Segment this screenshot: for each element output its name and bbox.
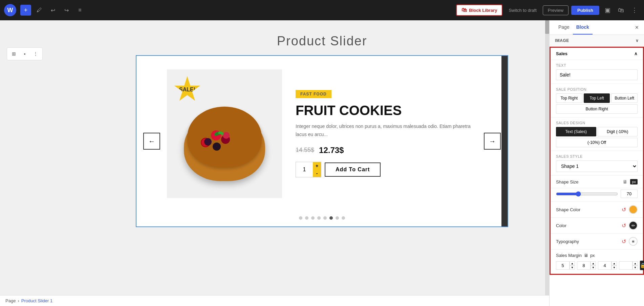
typography-reset-button[interactable]: ↺ <box>622 238 626 245</box>
typography-row: Typography ↺ ≡ <box>551 234 643 249</box>
shape-size-value-input[interactable] <box>621 190 638 198</box>
publish-button[interactable]: Publish <box>571 6 599 15</box>
tab-page[interactable]: Page <box>555 20 573 35</box>
undo-button[interactable]: ↩ <box>47 5 58 16</box>
block-more-button[interactable]: ⋮ <box>31 49 40 59</box>
wp-logo-icon[interactable]: W <box>4 4 16 16</box>
add-to-cart-button[interactable]: Add To Cart <box>325 162 381 177</box>
sidebar-toggle-button[interactable]: ▣ <box>602 5 613 16</box>
position-top-left-button[interactable]: Top Left <box>584 93 610 103</box>
position-top-right-button[interactable]: Top Right <box>556 93 582 103</box>
redo-button[interactable]: ↪ <box>61 5 72 16</box>
desktop-icon[interactable]: 🖥 <box>623 179 627 184</box>
margin-bottom-wrap: ▲ ▼ <box>598 261 617 270</box>
margin-right-decrement[interactable]: ▼ <box>591 265 596 269</box>
tab-block[interactable]: Block <box>573 20 593 35</box>
image-section-label: Image <box>555 38 569 43</box>
margin-left-increment[interactable]: ▲ <box>632 261 638 265</box>
margin-top-decrement[interactable]: ▼ <box>570 265 575 269</box>
slider-dot-7[interactable] <box>336 216 339 220</box>
margin-right-wrap: ▲ ▼ <box>577 261 596 270</box>
topbar-right: 🛍 Block Library Switch to draft Preview … <box>456 4 640 16</box>
slider-content: SALE! <box>136 56 508 212</box>
cart-button[interactable]: 🛍 <box>616 5 626 16</box>
color-label: Color <box>556 223 566 228</box>
margin-bottom-increment[interactable]: ▲ <box>611 261 617 265</box>
margin-left-spinner: ▲ ▼ <box>632 261 638 269</box>
sales-margin-row: Sales Margin 🖥 px ▲ ▼ <box>551 249 643 274</box>
tools-button[interactable]: 🖊 <box>34 5 45 16</box>
margin-right-spinner: ▲ ▼ <box>591 261 596 269</box>
position-button-right-button[interactable]: Button Right <box>556 104 638 114</box>
switch-draft-button[interactable]: Switch to draft <box>505 6 540 15</box>
block-toolbar: ⊞ ▪ ⋮ <box>7 47 43 60</box>
design-text-sales-button[interactable]: Text (Sales) <box>556 127 596 136</box>
quantity-input[interactable] <box>296 162 313 177</box>
block-view-button[interactable]: ▪ <box>20 49 29 59</box>
design-buttons-row1: Text (Sales) Digit (-10%) <box>556 127 638 136</box>
design-off-button[interactable]: (-10%) Off <box>556 138 638 147</box>
quantity-increment-button[interactable]: + <box>313 162 321 170</box>
margin-top-wrap: ▲ ▼ <box>556 261 575 270</box>
editor-scrollbar[interactable] <box>545 20 549 296</box>
product-description: Integer neque dolor, ultrices non purus … <box>296 123 477 139</box>
shape-size-slider[interactable] <box>556 191 618 197</box>
shape-color-reset-button[interactable]: ↺ <box>622 206 626 213</box>
position-buttons-row2: Button Right <box>556 104 638 114</box>
slider-dot-1[interactable] <box>299 216 302 220</box>
product-slider-block: ← SALE! <box>136 55 508 227</box>
margin-right-increment[interactable]: ▲ <box>591 261 596 265</box>
margin-bottom-decrement[interactable]: ▼ <box>611 265 617 269</box>
slider-dot-8[interactable] <box>342 216 345 220</box>
menu-button[interactable]: ≡ <box>74 5 85 16</box>
product-category-badge: FAST FOOD <box>296 90 331 98</box>
shape-size-unit: px <box>630 179 638 184</box>
shape-size-row: Shape Size 🖥 px <box>551 176 643 188</box>
margin-top-spinner: ▲ ▼ <box>570 261 575 269</box>
add-block-button[interactable]: + <box>20 5 31 16</box>
text-field-group: TEXT <box>551 60 643 84</box>
slider-dot-3[interactable] <box>311 216 315 220</box>
typography-settings-button[interactable]: ≡ <box>629 237 638 246</box>
shape-color-actions: ↺ <box>622 205 638 214</box>
margin-left-input[interactable] <box>619 261 632 270</box>
quantity-decrement-button[interactable]: - <box>313 170 321 177</box>
typography-actions: ↺ ≡ <box>622 237 638 246</box>
breadcrumb-page[interactable]: Page <box>5 298 16 303</box>
margin-top-input[interactable] <box>556 261 570 270</box>
slider-dot-6[interactable] <box>329 216 333 220</box>
block-type-button[interactable]: ⊞ <box>9 49 19 59</box>
margin-left-decrement[interactable]: ▼ <box>632 265 638 269</box>
sales-style-select[interactable]: Shape 1 Shape 2 Shape 3 <box>556 160 638 172</box>
margin-top-increment[interactable]: ▲ <box>570 261 575 265</box>
margin-lock-button[interactable]: 🔒 <box>640 261 644 270</box>
text-input[interactable] <box>556 69 638 80</box>
slider-nav-right-button[interactable]: → <box>484 133 501 150</box>
slider-dot-4[interactable] <box>317 216 321 220</box>
margin-right-input[interactable] <box>577 261 591 270</box>
image-section-header[interactable]: Image ∨ <box>550 35 644 47</box>
product-price-old: 14.55$ <box>296 147 314 154</box>
breadcrumb-current[interactable]: Product Slider 1 <box>21 298 53 303</box>
more-options-button[interactable]: ⋮ <box>629 5 640 16</box>
block-library-button[interactable]: 🛍 Block Library <box>456 4 502 16</box>
slider-nav-left-button[interactable]: ← <box>143 133 160 150</box>
preview-button[interactable]: Preview <box>543 5 568 15</box>
slider-dot-5[interactable] <box>323 216 327 220</box>
color-picker-button[interactable]: ✏ <box>629 221 638 230</box>
slider-dots <box>136 212 508 226</box>
sale-position-label: Sale Position <box>556 87 638 91</box>
sales-panel-header: Sales ∧ <box>551 48 643 60</box>
add-to-cart-area: + - Add To Cart <box>296 162 477 177</box>
margin-bottom-input[interactable] <box>598 261 611 270</box>
position-button-left-button[interactable]: Button Left <box>611 93 638 103</box>
sales-label: Sales <box>556 51 567 56</box>
sales-panel: Sales ∧ TEXT Sale Position Top Right Top… <box>550 47 644 275</box>
shape-color-picker-button[interactable] <box>629 205 638 214</box>
design-digit-button[interactable]: Digit (-10%) <box>598 127 638 136</box>
shape-size-slider-row <box>551 188 643 202</box>
slider-dot-2[interactable] <box>305 216 308 220</box>
panel-close-button[interactable]: × <box>635 24 639 31</box>
sales-collapse-icon[interactable]: ∧ <box>634 51 638 56</box>
color-reset-button[interactable]: ↺ <box>622 222 626 229</box>
